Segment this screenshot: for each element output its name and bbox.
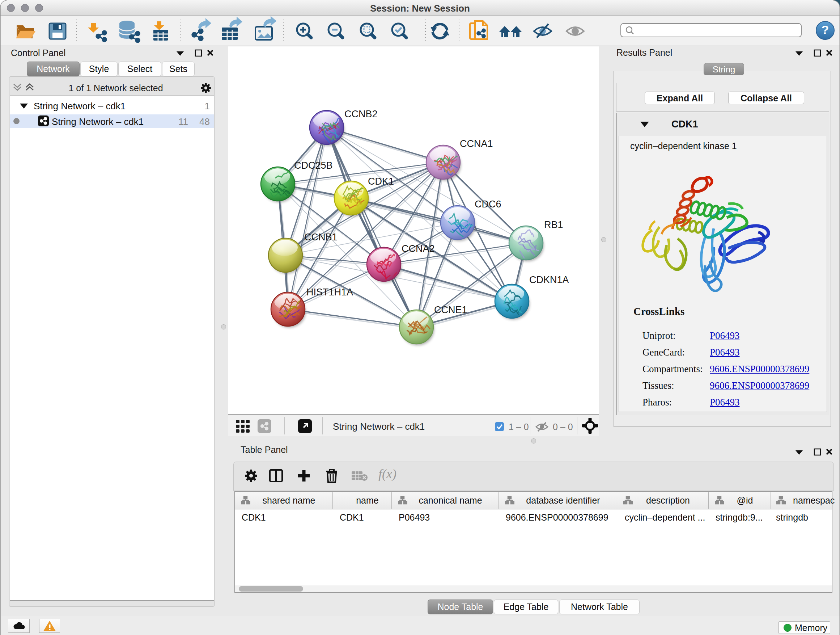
svg-text:RB1: RB1 (544, 219, 563, 230)
svg-text:CDC25B: CDC25B (294, 160, 333, 171)
svg-text:HIST1H1A: HIST1H1A (306, 287, 353, 298)
svg-text:CCNB1: CCNB1 (304, 232, 338, 242)
svg-text:CCNE1: CCNE1 (434, 304, 467, 315)
svg-text:CDK1: CDK1 (368, 176, 394, 187)
svg-text:CCNA2: CCNA2 (401, 243, 435, 254)
svg-text:CCNB2: CCNB2 (344, 109, 378, 119)
svg-text:CCNA1: CCNA1 (460, 138, 493, 149)
svg-text:CDC6: CDC6 (475, 199, 501, 210)
svg-text:CDKN1A: CDKN1A (529, 274, 569, 285)
